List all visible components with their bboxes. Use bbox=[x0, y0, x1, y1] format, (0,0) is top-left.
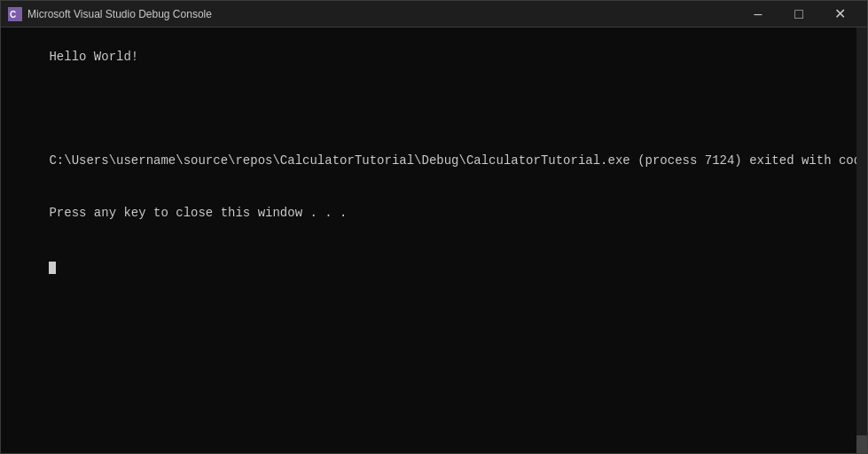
console-line-1: Hello World! bbox=[49, 50, 138, 64]
app-icon: C bbox=[8, 7, 22, 21]
maximize-button[interactable]: □ bbox=[778, 1, 819, 27]
window-controls: – □ ✕ bbox=[738, 1, 860, 27]
scrollbar[interactable] bbox=[856, 27, 867, 453]
console-output: Hello World! C:\Users\username\source\re… bbox=[4, 31, 864, 292]
cursor bbox=[49, 262, 56, 274]
console-line-3: C:\Users\username\source\repos\Calculato… bbox=[49, 153, 867, 168]
svg-text:C: C bbox=[10, 10, 16, 20]
window-title: Microsoft Visual Studio Debug Console bbox=[27, 8, 738, 20]
close-button[interactable]: ✕ bbox=[819, 1, 860, 27]
title-bar: C Microsoft Visual Studio Debug Console … bbox=[1, 1, 867, 27]
console-line-4: Press any key to close this window . . . bbox=[49, 206, 347, 220]
scrollbar-thumb[interactable] bbox=[856, 435, 867, 453]
app-window: C Microsoft Visual Studio Debug Console … bbox=[0, 0, 868, 454]
console-area: Hello World! C:\Users\username\source\re… bbox=[1, 27, 867, 453]
minimize-button[interactable]: – bbox=[738, 1, 778, 27]
